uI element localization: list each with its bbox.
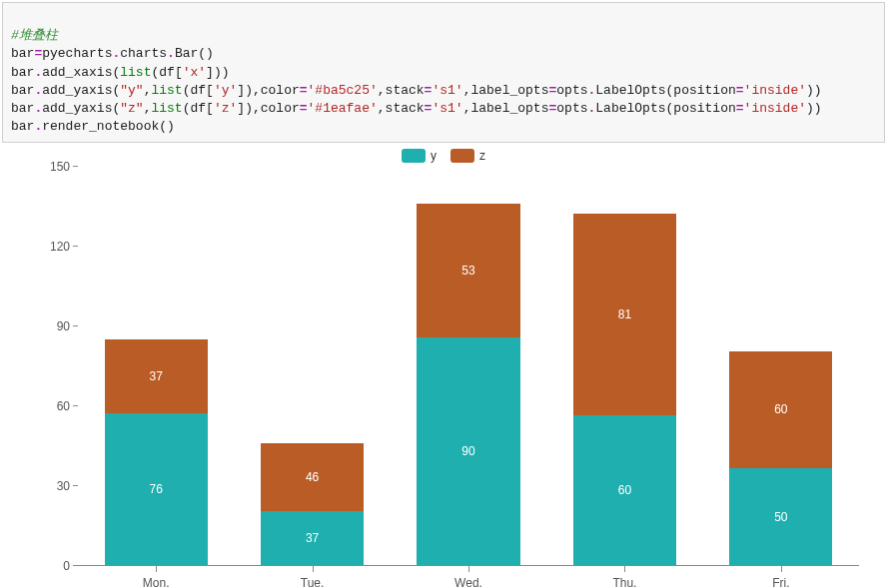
y-axis: 0306090120150 bbox=[18, 167, 78, 566]
bar-segment-y[interactable]: 60 bbox=[573, 415, 676, 565]
code-line-5: bar.add_yaxis("z",list(df['z']),color='#… bbox=[11, 101, 822, 116]
x-tick-label: Tue. bbox=[234, 566, 390, 588]
bar-stack[interactable]: 6081 bbox=[573, 191, 676, 565]
bar-segment-y[interactable]: 76 bbox=[105, 413, 208, 565]
code-line-3: bar.add_xaxis(list(df['x'])) bbox=[11, 65, 230, 80]
legend-swatch-z bbox=[450, 149, 474, 163]
legend-item-y[interactable]: y bbox=[402, 149, 437, 163]
y-tick-label: 0 bbox=[20, 559, 70, 573]
code-line-6: bar.render_notebook() bbox=[11, 119, 175, 134]
code-comment: #堆叠柱 bbox=[11, 28, 58, 43]
legend-label: z bbox=[479, 149, 485, 163]
bar-stack[interactable]: 5060 bbox=[729, 274, 832, 566]
bar-segment-y[interactable]: 37 bbox=[261, 511, 364, 565]
bar-slot: 9053 bbox=[391, 167, 546, 565]
bar-segment-z[interactable]: 60 bbox=[729, 351, 832, 468]
x-tick-label: Mon. bbox=[78, 566, 234, 588]
bar-slot: 5060 bbox=[703, 167, 859, 565]
legend-label: y bbox=[431, 149, 437, 163]
legend-swatch-y bbox=[402, 149, 426, 163]
code-block: #堆叠柱 bar=pyecharts.charts.Bar() bar.add_… bbox=[2, 2, 885, 143]
bars-container: 76373746905360815060 bbox=[78, 167, 859, 565]
x-tick-label: Fri. bbox=[703, 566, 859, 588]
bar-slot: 6081 bbox=[546, 167, 702, 565]
y-tick-label: 90 bbox=[20, 319, 70, 333]
bar-segment-z[interactable]: 53 bbox=[417, 204, 519, 337]
bar-stack[interactable]: 3746 bbox=[261, 345, 364, 566]
bar-slot: 3746 bbox=[234, 167, 390, 565]
chart-legend: y z bbox=[0, 149, 887, 163]
bar-slot: 7637 bbox=[78, 167, 234, 565]
bar-segment-z[interactable]: 37 bbox=[105, 339, 208, 413]
x-tick-label: Thu. bbox=[546, 566, 702, 588]
x-tick-label: Wed. bbox=[391, 566, 546, 588]
code-line-4: bar.add_yaxis("y",list(df['y']),color='#… bbox=[11, 83, 822, 98]
y-tick-label: 30 bbox=[20, 479, 70, 493]
y-tick-label: 150 bbox=[20, 160, 70, 174]
chart: 0306090120150 76373746905360815060 Mon.T… bbox=[18, 167, 869, 588]
legend-item-z[interactable]: z bbox=[450, 149, 485, 163]
y-tick-label: 120 bbox=[20, 240, 70, 254]
plot-area: 76373746905360815060 bbox=[78, 167, 859, 566]
bar-segment-z[interactable]: 81 bbox=[573, 214, 676, 416]
bar-stack[interactable]: 9053 bbox=[417, 186, 519, 565]
bar-segment-y[interactable]: 90 bbox=[417, 337, 519, 565]
code-line-2: bar=pyecharts.charts.Bar() bbox=[11, 46, 214, 61]
y-tick-label: 60 bbox=[20, 399, 70, 413]
x-axis: Mon.Tue.Wed.Thu.Fri. bbox=[78, 566, 859, 588]
bar-segment-y[interactable]: 50 bbox=[729, 468, 832, 566]
bar-stack[interactable]: 7637 bbox=[105, 266, 208, 566]
bar-segment-z[interactable]: 46 bbox=[261, 443, 364, 511]
